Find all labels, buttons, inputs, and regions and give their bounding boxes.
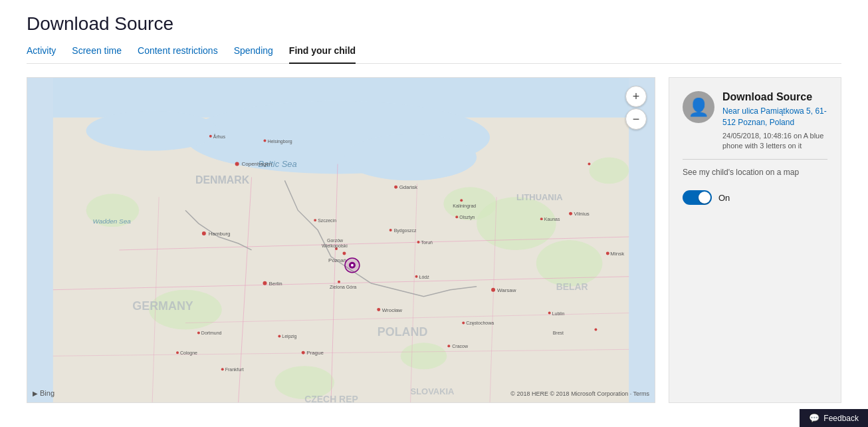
svg-point-4 (86, 111, 219, 151)
profile-timestamp: 24/05/2018, 10:48:16 on A blue phone wit… (722, 131, 827, 152)
svg-text:Hamburg: Hamburg (209, 231, 231, 237)
avatar-icon: 👤 (688, 97, 709, 118)
svg-point-78 (540, 217, 543, 220)
svg-text:Bydgoszcz: Bydgoszcz (394, 228, 417, 233)
page-wrapper: Download Source Activity Screen time Con… (0, 0, 868, 416)
tab-spending[interactable]: Spending (234, 45, 273, 64)
svg-text:Poznań: Poznań (328, 257, 346, 263)
svg-point-39 (394, 186, 397, 189)
svg-text:Szczecin: Szczecin (318, 218, 336, 223)
map-toggle-label: See my child's location on a map (683, 168, 827, 177)
svg-text:BELAR: BELAR (556, 281, 588, 292)
svg-point-53 (569, 212, 572, 215)
svg-text:Prague: Prague (306, 350, 324, 356)
tab-activity[interactable]: Activity (27, 45, 56, 64)
map-visual: DENMARK GERMANY POLAND LITHUANIA BELAR C… (27, 78, 655, 402)
svg-text:Gorzów: Gorzów (327, 238, 344, 243)
tab-content-restrictions[interactable]: Content restrictions (138, 45, 218, 64)
svg-text:Zielona Góra: Zielona Góra (330, 285, 356, 289)
tab-screen-time[interactable]: Screen time (72, 45, 122, 64)
svg-text:Cologne: Cologne (180, 351, 197, 356)
svg-point-72 (209, 135, 212, 138)
svg-text:Helsingborg: Helsingborg (267, 139, 292, 144)
svg-point-84 (455, 215, 458, 218)
svg-text:GERMANY: GERMANY (132, 299, 193, 313)
svg-point-64 (415, 275, 418, 278)
toggle-knob (699, 192, 710, 204)
map-copyright: © 2018 HERE © 2018 Microsoft Corporation… (510, 390, 649, 397)
svg-point-60 (221, 368, 224, 370)
profile-row: 👤 Download Source Near ulica Pamiątkowa … (683, 91, 827, 151)
toggle-text: On (718, 193, 730, 203)
svg-text:Dortmund: Dortmund (201, 331, 222, 335)
svg-point-80 (606, 251, 609, 255)
map-svg: DENMARK GERMANY POLAND LITHUANIA BELAR C… (27, 78, 655, 402)
bing-label: Bing (40, 389, 54, 397)
svg-point-93 (351, 264, 354, 267)
toggle-row: On (683, 190, 827, 205)
svg-text:Wadden Sea: Wadden Sea (93, 217, 132, 225)
svg-text:CZECH REP: CZECH REP (304, 394, 358, 402)
svg-point-31 (235, 162, 239, 166)
svg-text:Lublin: Lublin (552, 311, 565, 316)
svg-text:Kaunas: Kaunas (544, 217, 560, 221)
info-panel: 👤 Download Source Near ulica Pamiątkowa … (669, 77, 841, 403)
svg-text:Toruń: Toruń (421, 240, 433, 245)
page-title: Download Source (27, 13, 841, 35)
svg-text:SLOVAKIA: SLOVAKIA (411, 386, 455, 396)
zoom-out-button[interactable]: − (625, 108, 647, 130)
svg-text:Frankfurt: Frankfurt (225, 367, 244, 372)
svg-text:Vilnius: Vilnius (574, 211, 590, 217)
svg-point-89 (338, 281, 340, 283)
content-area: DENMARK GERMANY POLAND LITHUANIA BELAR C… (27, 77, 841, 403)
svg-text:Olsztyn: Olsztyn (459, 215, 475, 220)
tab-find-your-child[interactable]: Find your child (289, 45, 356, 64)
svg-point-74 (263, 140, 266, 142)
svg-point-11 (589, 158, 629, 184)
svg-point-82 (417, 241, 420, 243)
svg-text:Brest: Brest (553, 331, 564, 335)
svg-point-68 (548, 312, 551, 315)
svg-point-10 (401, 343, 447, 369)
svg-point-3 (344, 134, 477, 181)
svg-text:Berlin: Berlin (269, 281, 282, 287)
feedback-label: Feedback (823, 414, 859, 417)
profile-address[interactable]: Near ulica Pamiątkowa 5, 61-512 Poznan, … (722, 106, 827, 128)
profile-name: Download Source (722, 91, 827, 103)
svg-point-76 (460, 199, 463, 202)
svg-text:Leipzig: Leipzig (282, 334, 296, 339)
avatar: 👤 (683, 91, 714, 123)
svg-text:Wrocław: Wrocław (382, 307, 403, 313)
divider (683, 159, 827, 160)
profile-info: Download Source Near ulica Pamiątkowa 5,… (722, 91, 827, 151)
bing-logo: ▶ Bing (33, 389, 54, 397)
zoom-in-button[interactable]: + (625, 86, 647, 107)
svg-text:Minsk: Minsk (610, 251, 624, 257)
svg-text:POLAND: POLAND (378, 325, 428, 339)
svg-text:Cracow: Cracow (452, 344, 469, 349)
feedback-bar[interactable]: 💬 Feedback (800, 409, 868, 416)
svg-point-37 (491, 288, 495, 292)
svg-text:DENMARK: DENMARK (195, 174, 250, 186)
svg-text:Warsaw: Warsaw (497, 287, 516, 293)
svg-point-47 (314, 219, 316, 221)
map-zoom-controls: + − (625, 86, 647, 130)
svg-point-56 (197, 331, 200, 334)
svg-text:Århus: Århus (213, 134, 226, 139)
svg-text:Copenhagen: Copenhagen (242, 161, 272, 167)
map-container[interactable]: DENMARK GERMANY POLAND LITHUANIA BELAR C… (27, 77, 655, 403)
feedback-icon: 💬 (809, 413, 819, 416)
nav-tabs: Activity Screen time Content restriction… (27, 45, 841, 64)
svg-point-49 (302, 351, 305, 355)
svg-point-43 (377, 308, 380, 311)
svg-point-45 (389, 229, 392, 231)
svg-point-41 (342, 251, 346, 255)
bing-icon: ▶ (33, 390, 38, 397)
svg-point-51 (447, 345, 450, 347)
svg-text:Wielkopolski: Wielkopolski (322, 243, 348, 249)
svg-text:Częstochowa: Częstochowa (466, 321, 494, 326)
svg-text:Kaliningrad: Kaliningrad (453, 204, 476, 209)
svg-point-35 (263, 281, 267, 285)
toggle-switch[interactable] (683, 190, 712, 205)
svg-point-6 (536, 240, 603, 287)
